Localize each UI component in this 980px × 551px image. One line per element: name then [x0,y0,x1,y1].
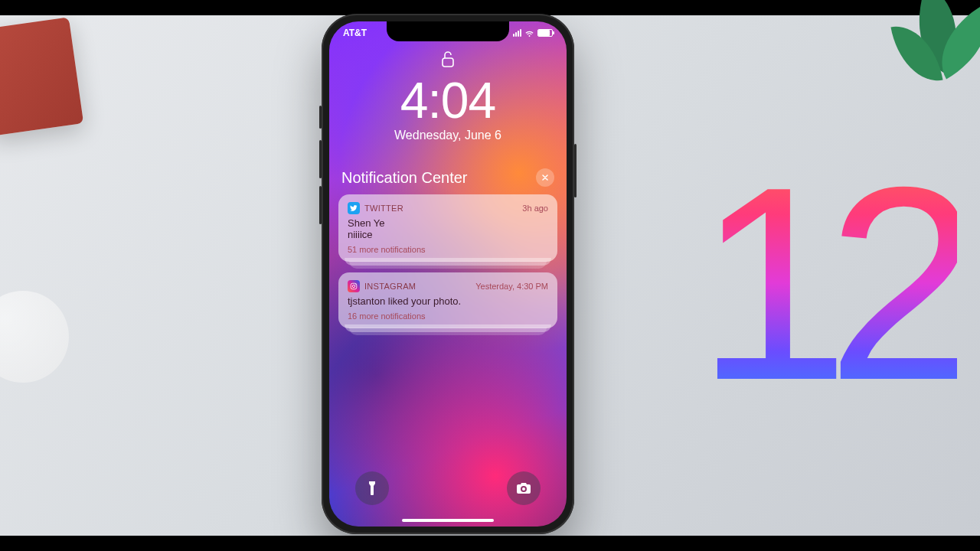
carrier-label: AT&T [343,28,367,38]
lock-time: 4:04 [329,75,567,126]
notch [387,21,509,41]
flashlight-button[interactable] [355,471,389,505]
phone-frame: AT&T 4:04 Wednesday, June 6 Notification… [322,14,574,534]
notification-more: 16 more notifications [348,311,548,321]
letterbox-top [0,0,980,15]
wifi-icon [524,29,534,37]
notification-list: TWITTER 3h ago Shen Ye niiiice 51 more n… [338,194,557,328]
unlock-icon [441,51,455,72]
notification-app-name: INSTAGRAM [364,282,416,291]
volume-up-button[interactable] [319,140,322,178]
svg-rect-0 [443,58,453,67]
notification-title: Shen Ye [348,217,548,229]
phone-screen[interactable]: AT&T 4:04 Wednesday, June 6 Notification… [329,21,567,527]
twitter-icon [348,202,360,214]
notification-time: 3h ago [522,204,548,213]
notification-more: 51 more notifications [348,245,548,254]
prop-earbud [0,291,69,383]
lock-screen-header: 4:04 Wednesday, June 6 [329,51,567,142]
camera-button[interactable] [507,471,541,505]
notification-body: tjstanton liked your photo. [348,295,548,307]
signal-icon [513,29,521,37]
svg-point-2 [352,285,354,287]
home-indicator[interactable] [402,519,494,522]
prop-book [0,17,83,135]
volume-down-button[interactable] [319,186,322,224]
notification-body: niiiice [348,229,548,240]
ios-version-label: 12 [697,145,957,421]
mute-switch[interactable] [319,106,322,129]
notification-card[interactable]: TWITTER 3h ago Shen Ye niiiice 51 more n… [338,194,557,262]
battery-icon [537,29,553,37]
instagram-icon [348,280,360,292]
power-button[interactable] [574,144,577,197]
lock-date: Wednesday, June 6 [329,129,567,142]
svg-point-3 [355,284,356,285]
clear-all-button[interactable] [536,168,554,187]
notification-time: Yesterday, 4:30 PM [475,282,548,291]
notification-center-title: Notification Center [341,169,468,187]
prop-plant [873,0,980,130]
notification-app-name: TWITTER [364,204,403,213]
notification-card[interactable]: INSTAGRAM Yesterday, 4:30 PM tjstanton l… [338,272,557,328]
letterbox-bottom [0,536,980,551]
